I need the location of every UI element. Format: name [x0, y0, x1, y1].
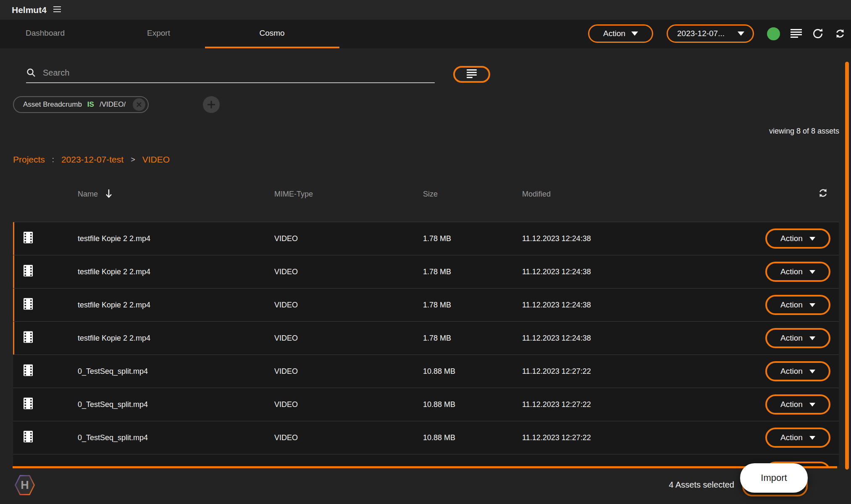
menu-icon[interactable]: [53, 6, 61, 13]
logo-letter: H: [16, 476, 34, 494]
film-icon: [24, 298, 33, 312]
row-action-button[interactable]: Action: [765, 394, 830, 415]
asset-size: 1.78 MB: [423, 234, 451, 243]
asset-mime: VIDEO: [274, 268, 298, 276]
status-indicator-icon: [767, 27, 780, 40]
sync-icon[interactable]: [834, 28, 846, 39]
table-row[interactable]: testfile Kopie 2 2.mp4 VIDEO 1.78 MB 11.…: [13, 255, 839, 288]
column-header-mime[interactable]: MIME-Type: [274, 190, 313, 199]
chip-operator-label: IS: [87, 100, 94, 109]
table-row[interactable]: testfile Kopie 2 2.mp4 VIDEO 1.78 MB 11.…: [13, 222, 839, 255]
selection-indicator: [13, 289, 14, 321]
film-icon: [24, 398, 33, 412]
row-action-button[interactable]: Action: [765, 428, 830, 448]
chevron-down-icon: [809, 270, 815, 274]
selection-indicator: [13, 322, 14, 354]
table-row[interactable]: 0_TestSeq_split.mp4 VIDEO 10.88 MB 11.12…: [13, 388, 839, 421]
tab-bar: Dashboard Export Cosmo Action 2023-12-07…: [0, 20, 851, 48]
asset-mime: VIDEO: [274, 234, 298, 243]
film-icon: [24, 232, 33, 246]
chip-remove-button[interactable]: [133, 98, 145, 111]
project-dropdown-label: 2023-12-07...: [677, 29, 725, 38]
active-tab-underline: [205, 47, 339, 48]
import-button[interactable]: Import: [740, 463, 808, 493]
breadcrumb-folder[interactable]: VIDEO: [142, 155, 170, 165]
tab-cosmo[interactable]: Cosmo: [244, 20, 300, 47]
footer-divider: [13, 466, 837, 468]
asset-modified: 11.12.2023 12:24:38: [522, 334, 591, 343]
asset-size: 10.88 MB: [423, 400, 455, 409]
chevron-down-icon: [809, 303, 815, 307]
table-row[interactable]: testfile Kopie 2 2.mp4 VIDEO 1.78 MB 11.…: [13, 288, 839, 321]
row-action-label: Action: [780, 400, 803, 409]
filter-options-button[interactable]: [453, 66, 490, 83]
asset-name: testfile Kopie 2 2.mp4: [78, 334, 150, 343]
asset-size: 1.78 MB: [423, 334, 451, 343]
table-row[interactable]: 0_TestSeq_split.mp4 VIDEO 10.88 MB 11.12…: [13, 354, 839, 388]
chip-value-label: /VIDEO/: [100, 100, 126, 109]
filter-chip[interactable]: Asset Breadcrumb IS /VIDEO/: [13, 96, 149, 113]
app-window: Helmut4 Dashboard Export Cosmo Action 20…: [0, 0, 851, 504]
tab-dashboard[interactable]: Dashboard: [17, 20, 74, 47]
add-filter-button[interactable]: [203, 96, 220, 113]
breadcrumb: Projects : 2023-12-07-test > VIDEO: [13, 155, 170, 165]
table-refresh-icon[interactable]: [817, 187, 829, 199]
scrollbar-thumb[interactable]: [845, 62, 849, 470]
logs-icon[interactable]: [791, 29, 802, 38]
asset-modified: 11.12.2023 12:27:22: [522, 367, 591, 376]
tab-export[interactable]: Export: [130, 20, 187, 47]
selected-assets-count: 4 Assets selected: [669, 480, 734, 490]
selection-indicator: [13, 222, 14, 255]
asset-name: 0_TestSeq_split.mp4: [78, 433, 148, 442]
asset-modified: 11.12.2023 12:27:22: [522, 400, 591, 409]
chevron-down-icon: [631, 32, 638, 36]
asset-size: 10.88 MB: [423, 433, 455, 442]
row-action-button[interactable]: Action: [765, 262, 830, 282]
asset-modified: 11.12.2023 12:27:22: [522, 433, 591, 442]
chip-field-label: Asset Breadcrumb: [23, 100, 82, 109]
asset-mime: VIDEO: [274, 367, 298, 376]
row-action-button[interactable]: Action: [765, 328, 830, 348]
asset-name: 0_TestSeq_split.mp4: [78, 367, 148, 376]
sort-desc-icon[interactable]: [105, 189, 113, 198]
column-header-name[interactable]: Name: [78, 190, 98, 199]
table-row[interactable]: testfile Kopie 2 2.mp4 VIDEO 1.78 MB 11.…: [13, 321, 839, 354]
row-action-button[interactable]: Action: [765, 361, 830, 381]
row-action-button[interactable]: Action: [765, 295, 830, 315]
search-input[interactable]: [42, 68, 435, 78]
chevron-down-icon: [738, 32, 744, 36]
chevron-down-icon: [809, 336, 815, 340]
close-icon: [136, 102, 142, 108]
row-action-button[interactable]: Action: [765, 228, 830, 249]
top-bar: Helmut4: [0, 0, 851, 20]
column-header-modified[interactable]: Modified: [522, 190, 551, 199]
film-icon: [24, 265, 33, 279]
breadcrumb-separator: :: [52, 155, 54, 164]
column-header-size[interactable]: Size: [423, 190, 438, 199]
film-icon: [24, 331, 33, 345]
chevron-down-icon: [809, 237, 815, 241]
breadcrumb-project[interactable]: 2023-12-07-test: [61, 155, 123, 165]
asset-size: 1.78 MB: [423, 268, 451, 276]
plus-icon: [207, 100, 215, 109]
asset-size: 10.88 MB: [423, 367, 455, 376]
breadcrumb-separator: >: [131, 155, 135, 164]
assets-count-summary: viewing 8 of 8 assets: [769, 127, 839, 136]
selection-indicator: [13, 255, 14, 288]
search-field: [26, 63, 435, 83]
filter-lines-icon: [467, 69, 477, 79]
asset-mime: VIDEO: [274, 334, 298, 343]
refresh-icon[interactable]: [812, 28, 824, 39]
row-action-label: Action: [780, 267, 803, 276]
asset-modified: 11.12.2023 12:24:38: [522, 268, 591, 276]
asset-table: testfile Kopie 2 2.mp4 VIDEO 1.78 MB 11.…: [13, 222, 839, 466]
breadcrumb-projects[interactable]: Projects: [13, 155, 45, 165]
row-action-label: Action: [780, 367, 803, 376]
table-row[interactable]: 0_TestSeq_split.mp4 VIDEO 10.88 MB 11.12…: [13, 421, 839, 454]
chevron-down-icon: [809, 370, 815, 373]
table-row-partial[interactable]: Action: [13, 454, 839, 466]
asset-name: testfile Kopie 2 2.mp4: [78, 234, 150, 243]
project-dropdown[interactable]: 2023-12-07...: [667, 24, 754, 43]
film-icon: [24, 365, 33, 378]
toolbar-action-button[interactable]: Action: [588, 24, 653, 43]
